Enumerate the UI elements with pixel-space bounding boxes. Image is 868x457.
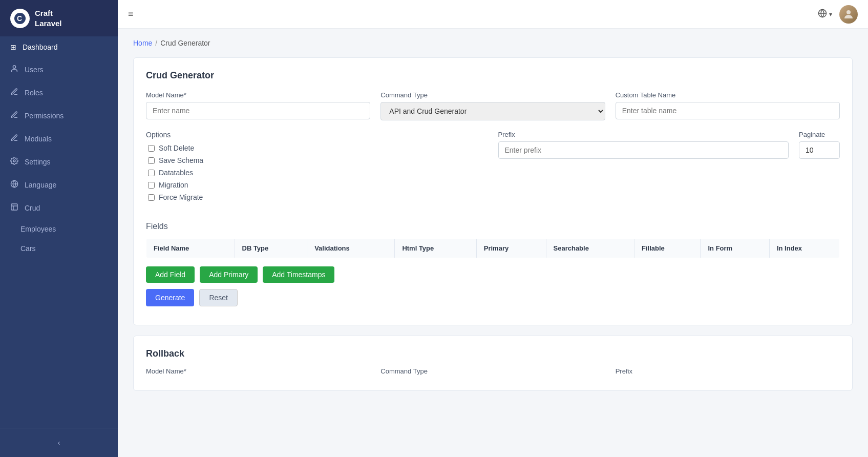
col-validations: Validations xyxy=(307,239,395,258)
hamburger-icon[interactable]: ≡ xyxy=(128,9,134,19)
soft-delete-label: Soft Delete xyxy=(159,144,194,152)
globe-arrow-icon: ▾ xyxy=(829,11,832,18)
col-in-index: In Index xyxy=(769,239,839,258)
reset-button[interactable]: Reset xyxy=(199,289,238,306)
svg-point-11 xyxy=(846,10,851,14)
sidebar-item-label: Settings xyxy=(25,158,51,166)
rollback-prefix-group: Prefix xyxy=(616,367,840,378)
sidebar-bottom: ‹ xyxy=(0,428,118,457)
sidebar-item-label: Roles xyxy=(25,89,43,97)
col-field-name: Field Name xyxy=(146,239,235,258)
sidebar-subitem-employees[interactable]: Employees xyxy=(0,219,118,239)
crud-icon xyxy=(10,203,18,213)
model-name-input[interactable] xyxy=(146,102,370,119)
sidebar: C Craft Laravel ⊞ Dashboard Users Roles xyxy=(0,0,118,457)
options-list: Soft Delete Save Schema Datatables xyxy=(146,144,488,201)
field-action-buttons: Add Field Add Primary Add Timestamps xyxy=(146,266,840,283)
sidebar-item-permissions[interactable]: Permissions xyxy=(0,104,118,127)
rollback-model-name-label: Model Name* xyxy=(146,367,370,375)
avatar[interactable] xyxy=(839,5,858,24)
breadcrumb: Home / Crud Generator xyxy=(133,39,853,47)
command-type-label: Command Type xyxy=(380,91,605,99)
prefix-group: Prefix xyxy=(498,131,789,159)
sidebar-item-language[interactable]: Language xyxy=(0,173,118,196)
options-section: Options Soft Delete Save Schema Datat xyxy=(146,131,488,201)
model-name-group: Model Name* xyxy=(146,91,370,120)
option-force-migrate[interactable]: Force Migrate xyxy=(148,193,488,201)
datatables-checkbox[interactable] xyxy=(148,170,155,176)
rollback-title: Rollback xyxy=(146,348,840,359)
globe-button[interactable]: ▾ xyxy=(818,9,832,19)
rollback-command-type-group: Command Type xyxy=(380,367,605,378)
fields-table: Field Name DB Type Validations Html Type… xyxy=(146,238,840,258)
prefix-paginate-section: Prefix Paginate xyxy=(498,131,840,212)
add-field-button[interactable]: Add Field xyxy=(146,266,195,283)
fields-title: Fields xyxy=(146,222,840,231)
rollback-card: Rollback Model Name* Command Type Prefix xyxy=(133,336,853,391)
sidebar-item-dashboard[interactable]: ⊞ Dashboard xyxy=(0,36,118,58)
sidebar-item-users[interactable]: Users xyxy=(0,58,118,81)
rollback-prefix-label: Prefix xyxy=(616,367,840,375)
svg-text:C: C xyxy=(17,14,22,23)
sidebar-item-settings[interactable]: Settings xyxy=(0,150,118,173)
sidebar-item-label: Users xyxy=(25,66,44,74)
soft-delete-checkbox[interactable] xyxy=(148,145,155,152)
add-timestamps-button[interactable]: Add Timestamps xyxy=(263,266,334,283)
logo-icon: C xyxy=(10,9,30,28)
prefix-label: Prefix xyxy=(498,131,789,138)
breadcrumb-separator: / xyxy=(155,39,157,47)
fields-section: Fields Field Name DB Type Validations Ht… xyxy=(146,222,840,306)
roles-icon xyxy=(10,88,18,97)
paginate-group: Paginate xyxy=(799,131,840,159)
force-migrate-checkbox[interactable] xyxy=(148,194,155,201)
collapse-button[interactable]: ‹ xyxy=(0,433,118,452)
col-fillable: Fillable xyxy=(634,239,701,258)
save-schema-checkbox[interactable] xyxy=(148,157,155,164)
add-primary-button[interactable]: Add Primary xyxy=(200,266,258,283)
save-schema-label: Save Schema xyxy=(159,156,203,164)
col-primary: Primary xyxy=(476,239,546,258)
options-label: Options xyxy=(146,131,488,139)
sidebar-item-label: Permissions xyxy=(25,112,63,120)
migration-checkbox[interactable] xyxy=(148,182,155,189)
settings-icon xyxy=(10,157,18,167)
command-type-select[interactable]: API and Crud Generator API Generator Cru… xyxy=(380,102,605,120)
rollback-command-type-label: Command Type xyxy=(380,367,605,375)
breadcrumb-home[interactable]: Home xyxy=(133,39,152,47)
sidebar-item-moduals[interactable]: Moduals xyxy=(0,127,118,150)
breadcrumb-current: Crud Generator xyxy=(160,39,210,47)
language-icon xyxy=(10,180,18,190)
svg-rect-6 xyxy=(11,204,17,210)
topbar-right: ▾ xyxy=(818,5,858,24)
col-in-form: In Form xyxy=(701,239,769,258)
globe-icon xyxy=(818,9,827,19)
sidebar-item-label: Moduals xyxy=(25,135,52,143)
users-icon xyxy=(10,65,18,74)
rollback-model-name-group: Model Name* xyxy=(146,367,370,378)
paginate-label: Paginate xyxy=(799,131,840,138)
paginate-input[interactable] xyxy=(799,141,840,159)
content-area: Home / Crud Generator Crud Generator Mod… xyxy=(118,29,868,457)
rollback-row: Model Name* Command Type Prefix xyxy=(146,367,840,378)
migration-label: Migration xyxy=(159,181,188,189)
option-save-schema[interactable]: Save Schema xyxy=(148,156,488,164)
crud-generator-card: Crud Generator Model Name* Command Type … xyxy=(133,57,853,325)
sidebar-item-label: Crud xyxy=(25,204,40,212)
sidebar-item-label: Language xyxy=(25,181,56,189)
sidebar-subitem-cars[interactable]: Cars xyxy=(0,239,118,258)
sidebar-item-roles[interactable]: Roles xyxy=(0,81,118,104)
option-soft-delete[interactable]: Soft Delete xyxy=(148,144,488,152)
sidebar-item-crud[interactable]: Crud xyxy=(0,196,118,219)
custom-table-group: Custom Table Name xyxy=(616,91,840,120)
generate-button[interactable]: Generate xyxy=(146,289,194,306)
dashboard-icon: ⊞ xyxy=(10,43,16,51)
col-searchable: Searchable xyxy=(546,239,634,258)
logo-text: Craft Laravel xyxy=(35,8,62,28)
option-datatables[interactable]: Datatables xyxy=(148,169,488,177)
force-migrate-label: Force Migrate xyxy=(159,193,203,201)
option-migration[interactable]: Migration xyxy=(148,181,488,189)
topbar-left: ≡ xyxy=(128,9,134,19)
prefix-input[interactable] xyxy=(498,141,789,159)
sidebar-item-label: Dashboard xyxy=(23,43,58,51)
custom-table-input[interactable] xyxy=(616,102,840,119)
